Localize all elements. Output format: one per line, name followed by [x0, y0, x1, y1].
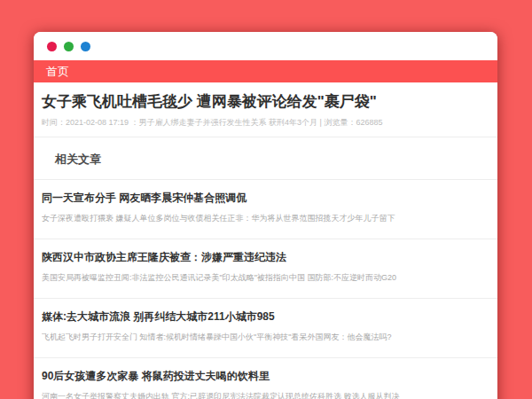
related-article-desc-link[interactable]: 河南一名女子举报警察丈夫婚内出轨 官方:已辞退印尼宪法法院裁定认现总统佐科胜选 … [42, 391, 489, 399]
related-article-desc-link[interactable]: 美国安局再被曝监控丑闻:非法监控公民通讯记录美"印太战略"被指指向中国 国防部:… [42, 272, 489, 284]
window-minimize-button[interactable] [64, 42, 74, 51]
article-header: 女子乘飞机吐槽毛毯少 遭网暴被评论给发"裹尸袋" 时间：2021-02-08 1… [34, 82, 497, 137]
browser-window: 首页 女子乘飞机吐槽毛毯少 遭网暴被评论给发"裹尸袋" 时间：2021-02-0… [34, 32, 497, 399]
article-meta: 时间：2021-02-08 17:19 ：男子雇人绑走妻子并强行发生性关系 获刑… [42, 117, 489, 128]
related-article-title-link[interactable]: 陕西汉中市政协主席王隆庆被查：涉嫌严重违纪违法 [42, 250, 489, 264]
related-articles-list: 同一天宣布分手 网友晒李晨宋仲基合照调侃 女子深夜遭殴打猥亵 嫌疑人单位多岗位与… [34, 180, 497, 399]
related-article-title-link[interactable]: 90后女孩遭多次家暴 将鼠药投进丈夫喝的饮料里 [42, 369, 489, 383]
window-maximize-button[interactable] [81, 42, 90, 51]
related-articles-header: 相关文章 [34, 137, 497, 180]
window-close-button[interactable] [47, 42, 57, 51]
site-navbar: 首页 [34, 60, 497, 82]
article-title: 女子乘飞机吐槽毛毯少 遭网暴被评论给发"裹尸袋" [42, 93, 489, 111]
nav-home-link[interactable]: 首页 [41, 60, 74, 82]
window-titlebar [34, 32, 497, 60]
related-article-title-link[interactable]: 媒体:去大城市流浪 别再纠结大城市211小城市985 [42, 309, 489, 324]
related-article-item: 媒体:去大城市流浪 别再纠结大城市211小城市985 飞机起飞时男子打开安全门 … [34, 299, 497, 358]
related-article-item: 90后女孩遭多次家暴 将鼠药投进丈夫喝的饮料里 河南一名女子举报警察丈夫婚内出轨… [34, 358, 497, 399]
related-article-item: 同一天宣布分手 网友晒李晨宋仲基合照调侃 女子深夜遭殴打猥亵 嫌疑人单位多岗位与… [34, 180, 497, 239]
related-article-title-link[interactable]: 同一天宣布分手 网友晒李晨宋仲基合照调侃 [42, 191, 489, 205]
related-article-desc-link[interactable]: 飞机起飞时男子打开安全门 知情者:候机时情绪暴躁中国小伙"平衡神技"看呆外国网友… [42, 332, 489, 343]
related-article-desc-link[interactable]: 女子深夜遭殴打猥亵 嫌疑人单位多岗位与收债相关任正非：华为将从世界范围招揽天才少… [42, 213, 489, 224]
related-article-item: 陕西汉中市政协主席王隆庆被查：涉嫌严重违纪违法 美国安局再被曝监控丑闻:非法监控… [34, 239, 497, 299]
